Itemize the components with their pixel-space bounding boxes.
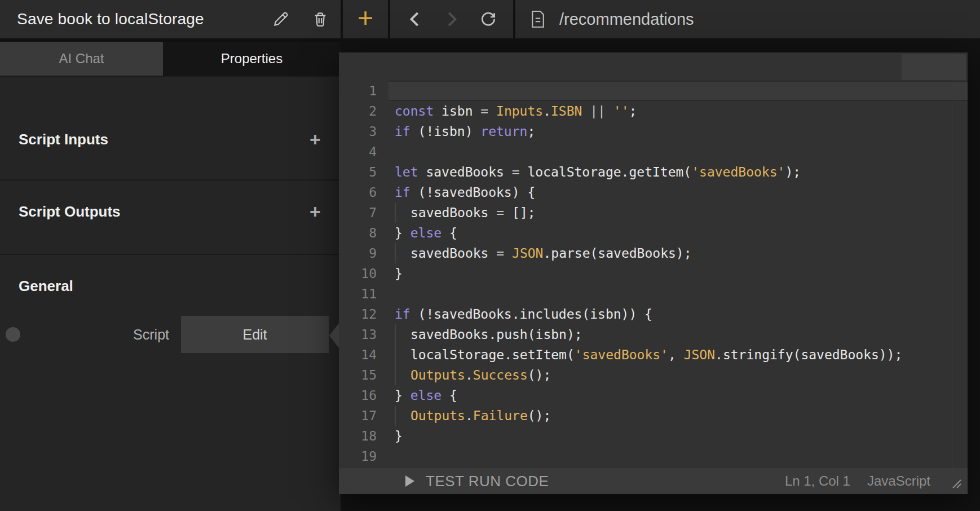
preview-toolbar: + /recomme bbox=[343, 0, 980, 38]
line-number: 10 bbox=[339, 263, 389, 284]
code-line-16[interactable]: 16} else { bbox=[339, 385, 968, 406]
section-general: General Script Edit bbox=[0, 255, 341, 353]
line-number: 3 bbox=[339, 121, 389, 142]
script-outputs-heading: Script Outputs bbox=[19, 203, 304, 221]
play-icon[interactable] bbox=[405, 475, 414, 487]
test-run-code-button[interactable]: TEST RUN CODE bbox=[426, 473, 785, 490]
code-line-7[interactable]: 7savedBooks = []; bbox=[339, 202, 968, 223]
line-number: 12 bbox=[339, 304, 389, 324]
edit-script-button[interactable]: Edit bbox=[181, 316, 329, 353]
code-text[interactable] bbox=[389, 142, 968, 162]
code-line-1[interactable]: 1 bbox=[339, 81, 968, 101]
code-text[interactable]: savedBooks = []; bbox=[389, 202, 968, 223]
code-line-8[interactable]: 8} else { bbox=[339, 223, 968, 243]
code-line-4[interactable]: 4 bbox=[339, 142, 968, 162]
tab-ai-chat[interactable]: AI Chat bbox=[0, 42, 163, 76]
cursor-position: Ln 1, Col 1 bbox=[785, 473, 850, 489]
code-line-15[interactable]: 15Outputs.Success(); bbox=[339, 365, 968, 385]
code-line-9[interactable]: 9savedBooks = JSON.parse(savedBooks); bbox=[339, 243, 968, 263]
chevron-right-icon bbox=[444, 10, 459, 28]
code-text[interactable]: const isbn = Inputs.ISBN || ''; bbox=[389, 101, 968, 121]
code-text[interactable]: if (!isbn) return; bbox=[389, 121, 968, 142]
line-number: 5 bbox=[339, 162, 389, 182]
line-number: 16 bbox=[339, 385, 389, 406]
script-inputs-heading: Script Inputs bbox=[19, 131, 304, 148]
add-node-section: + bbox=[343, 0, 388, 38]
code-line-6[interactable]: 6if (!savedBooks) { bbox=[339, 182, 968, 202]
rename-button[interactable] bbox=[271, 9, 291, 29]
line-number: 14 bbox=[339, 345, 389, 365]
line-number: 18 bbox=[339, 426, 389, 446]
line-number: 4 bbox=[339, 142, 389, 162]
resize-handle-icon[interactable] bbox=[951, 478, 962, 489]
code-line-17[interactable]: 17Outputs.Failure(); bbox=[339, 406, 968, 426]
code-line-2[interactable]: 2const isbn = Inputs.ISBN || ''; bbox=[339, 101, 968, 121]
code-text[interactable]: } else { bbox=[389, 385, 968, 406]
indent-guide bbox=[395, 202, 410, 223]
plus-icon: + bbox=[310, 202, 321, 221]
editor-status-bar: TEST RUN CODE Ln 1, Col 1 JavaScript bbox=[339, 468, 968, 494]
code-text[interactable] bbox=[389, 81, 968, 101]
code-text[interactable]: Outputs.Failure(); bbox=[389, 406, 968, 426]
code-text[interactable]: let savedBooks = localStorage.getItem('s… bbox=[389, 162, 968, 182]
code-line-5[interactable]: 5let savedBooks = localStorage.getItem('… bbox=[339, 162, 968, 182]
code-text[interactable] bbox=[389, 284, 968, 304]
code-line-14[interactable]: 14localStorage.setItem('savedBooks', JSO… bbox=[339, 345, 968, 365]
code-text[interactable]: } bbox=[389, 263, 968, 284]
indent-guide bbox=[395, 345, 410, 365]
delete-button[interactable] bbox=[310, 9, 330, 29]
code-line-3[interactable]: 3if (!isbn) return; bbox=[339, 121, 968, 142]
noodl-app-window: Save book to localStorage bbox=[0, 0, 980, 511]
section-script-inputs: Script Inputs + bbox=[0, 77, 341, 180]
add-node-button[interactable]: + bbox=[357, 5, 373, 32]
line-number: 7 bbox=[339, 202, 389, 223]
section-script-outputs: Script Outputs + bbox=[0, 180, 341, 255]
code-text[interactable]: if (!savedBooks) { bbox=[389, 182, 968, 202]
url-section: /recommendations bbox=[515, 0, 980, 38]
panel-tabs: AI Chat Properties bbox=[0, 42, 341, 77]
add-input-button[interactable]: + bbox=[304, 129, 326, 150]
code-line-19[interactable]: 19 bbox=[339, 446, 968, 466]
forward-button[interactable] bbox=[440, 8, 463, 30]
code-text[interactable]: savedBooks = JSON.parse(savedBooks); bbox=[389, 243, 968, 263]
code-text[interactable]: } bbox=[389, 426, 968, 446]
code-line-13[interactable]: 13savedBooks.push(isbn); bbox=[339, 324, 968, 345]
indent-guide bbox=[395, 365, 410, 385]
route-path[interactable]: /recommendations bbox=[559, 10, 694, 29]
popover-arrow bbox=[329, 323, 339, 348]
node-title: Save book to localStorage bbox=[17, 10, 271, 28]
code-editor-content[interactable]: 12const isbn = Inputs.ISBN || '';3if (!i… bbox=[339, 52, 968, 468]
code-text[interactable]: savedBooks.push(isbn); bbox=[389, 324, 968, 345]
general-heading: General bbox=[19, 277, 326, 295]
code-line-11[interactable]: 11 bbox=[339, 284, 968, 304]
pencil-icon bbox=[272, 10, 290, 28]
code-line-10[interactable]: 10} bbox=[339, 263, 968, 284]
code-line-12[interactable]: 12if (!savedBooks.includes(isbn)) { bbox=[339, 304, 968, 324]
back-button[interactable] bbox=[404, 8, 426, 30]
line-number: 15 bbox=[339, 365, 389, 385]
refresh-button[interactable] bbox=[477, 8, 500, 30]
code-text[interactable]: localStorage.setItem('savedBooks', JSON.… bbox=[389, 345, 968, 365]
indent-guide bbox=[395, 243, 410, 263]
page-icon bbox=[530, 10, 546, 29]
code-text[interactable]: Outputs.Success(); bbox=[389, 365, 968, 385]
add-output-button[interactable]: + bbox=[304, 201, 326, 222]
indent-guide bbox=[395, 324, 410, 345]
chevron-left-icon bbox=[408, 10, 422, 28]
trash-icon bbox=[311, 10, 329, 28]
script-property-label: Script bbox=[20, 327, 169, 343]
tab-properties[interactable]: Properties bbox=[163, 42, 341, 76]
port-dot-icon[interactable] bbox=[6, 327, 20, 342]
reload-icon bbox=[479, 10, 497, 28]
line-number: 6 bbox=[339, 182, 389, 202]
code-text[interactable]: } else { bbox=[389, 223, 968, 243]
code-text[interactable]: if (!savedBooks.includes(isbn)) { bbox=[389, 304, 968, 324]
code-editor-popover: 12const isbn = Inputs.ISBN || '';3if (!i… bbox=[339, 52, 968, 494]
plus-icon: + bbox=[310, 130, 321, 149]
code-text[interactable] bbox=[389, 446, 968, 466]
node-properties-panel: Save book to localStorage bbox=[0, 0, 341, 511]
node-header: Save book to localStorage bbox=[0, 0, 341, 38]
line-number: 13 bbox=[339, 324, 389, 345]
line-number: 8 bbox=[339, 223, 389, 243]
code-line-18[interactable]: 18} bbox=[339, 426, 968, 446]
